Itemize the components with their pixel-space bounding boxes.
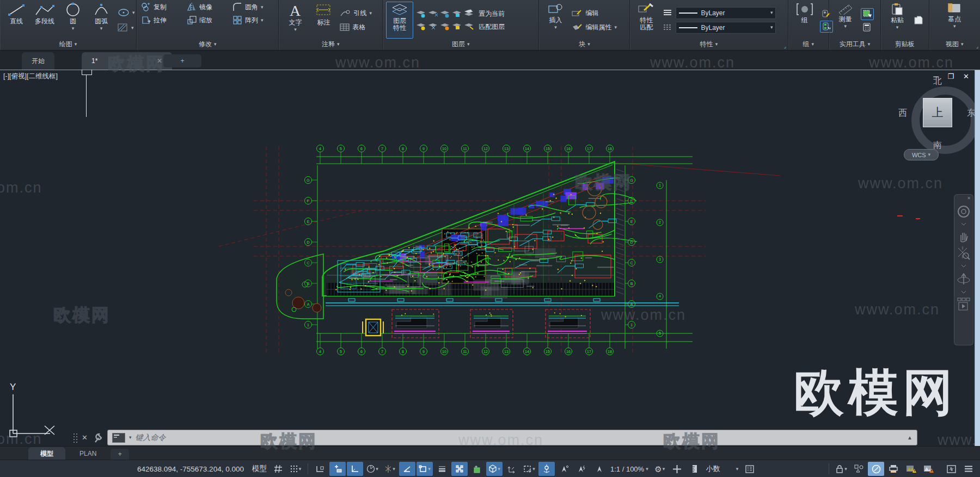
annotation-visibility-toggle[interactable]: [556, 462, 572, 476]
quick-measure-button[interactable]: [861, 8, 874, 20]
block-edit-button[interactable]: 编辑: [571, 8, 618, 18]
linetype-list-button[interactable]: [661, 22, 673, 33]
base-view-button[interactable]: 基点 ▾: [941, 2, 967, 39]
zoom-icon[interactable]: [957, 246, 971, 261]
isolate-objects-button[interactable]: [850, 462, 867, 476]
fillet-button[interactable]: 圆角 ▾: [231, 2, 275, 13]
viewport-controls-label[interactable]: [-][俯视][二维线框]: [3, 72, 58, 81]
group-button[interactable]: 组: [792, 2, 818, 39]
object-snap-toggle[interactable]: ▾: [416, 462, 433, 476]
panel-label-annotate[interactable]: 注释▾: [279, 39, 382, 50]
layer-tools-row2-icons[interactable]: [415, 22, 475, 32]
panel-label-utilities[interactable]: 实用工具▾: [829, 39, 880, 50]
layer-properties-button[interactable]: 图层 特性: [386, 2, 413, 39]
3d-object-snap-toggle[interactable]: ▾: [486, 462, 503, 476]
orbit-icon[interactable]: [957, 271, 971, 287]
showmotion-icon[interactable]: [957, 298, 971, 312]
selection-filter-toggle[interactable]: ▾: [521, 462, 537, 476]
layer-set-current-button[interactable]: 置为当前: [479, 9, 505, 18]
snap-mode-toggle[interactable]: ▾: [287, 462, 304, 476]
pan-hand-icon[interactable]: [957, 230, 971, 243]
panel-label-view[interactable]: 视图▾⌟: [929, 39, 980, 50]
new-tab-button[interactable]: +: [163, 54, 201, 67]
layer-tools-row1-icons[interactable]: [415, 9, 475, 18]
layout-tab-plan[interactable]: PLAN: [68, 447, 108, 460]
mirror-button[interactable]: 镜像: [186, 2, 227, 13]
command-prompt-icon[interactable]: [112, 433, 125, 443]
units-button[interactable]: [687, 462, 703, 476]
layout-tab-model[interactable]: 模型: [28, 447, 65, 460]
tab-close-icon[interactable]: ✕: [157, 57, 162, 65]
polar-tracking-toggle[interactable]: ▾: [364, 462, 381, 476]
leader-button[interactable]: 引线▾: [339, 8, 373, 18]
copy-clip-button[interactable]: [912, 15, 924, 26]
close-icon[interactable]: ✕: [963, 72, 969, 80]
viewcube-top-face[interactable]: 上: [923, 98, 952, 127]
copy-button[interactable]: 复制: [140, 2, 181, 13]
navbar-caret-icon[interactable]: [961, 264, 966, 268]
panel-label-layers[interactable]: 图层▾: [383, 39, 538, 50]
lineweight-list-button[interactable]: [661, 8, 673, 18]
customization-button[interactable]: [960, 462, 977, 476]
command-close-icon[interactable]: ✕: [82, 433, 88, 442]
customize-wrench-icon[interactable]: [92, 432, 103, 443]
navbar-caret-icon[interactable]: [961, 290, 966, 294]
clean-screen-button[interactable]: [943, 462, 959, 476]
insert-button[interactable]: 插入 ▾: [542, 2, 568, 39]
linetype-dropdown[interactable]: ByLayer ▾: [676, 22, 776, 34]
quick-properties-toggle[interactable]: [742, 462, 758, 476]
viewcube-west[interactable]: 西: [898, 108, 907, 119]
object-snap-tracking-toggle[interactable]: [399, 462, 415, 476]
new-layout-button[interactable]: +: [111, 449, 129, 460]
transparency-toggle[interactable]: [451, 462, 468, 476]
view-dialog-launcher[interactable]: ⌟: [976, 44, 978, 49]
graphics-warning-button[interactable]: [903, 462, 919, 476]
circle-button[interactable]: 圆 ▾: [60, 2, 86, 39]
navigation-bar[interactable]: ✕: [954, 194, 973, 345]
model-space-button[interactable]: 模型: [250, 462, 269, 476]
command-history-icon[interactable]: ▲: [907, 435, 912, 441]
annotation-scale-value[interactable]: 1:1 / 100%▾: [608, 462, 651, 476]
panel-label-block[interactable]: 块▾: [539, 39, 629, 50]
ortho-mode-toggle[interactable]: [347, 462, 363, 476]
vertical-scrollbar[interactable]: [975, 70, 980, 447]
table-button[interactable]: 表格: [339, 22, 373, 33]
dimension-button[interactable]: 标注: [310, 2, 336, 39]
arc-button[interactable]: 圆弧 ▾: [88, 2, 114, 39]
gizmo-toggle[interactable]: [538, 462, 555, 476]
text-button[interactable]: A 文字 ▾: [282, 2, 308, 39]
panel-label-draw[interactable]: 绘图▾: [0, 39, 136, 50]
measure-button[interactable]: 测量 ▾: [832, 2, 859, 39]
dynamic-ucs-toggle[interactable]: [504, 462, 520, 476]
annotation-monitor-toggle[interactable]: [669, 462, 685, 476]
tab-start[interactable]: 开始: [22, 52, 54, 70]
isometric-drafting-toggle[interactable]: ▾: [382, 462, 398, 476]
navbar-close-icon[interactable]: ✕: [967, 196, 971, 201]
image-warning-button[interactable]: [920, 462, 936, 476]
units-value[interactable]: 小数▾: [704, 462, 741, 476]
line-button[interactable]: 直线: [3, 2, 29, 39]
workspace-switching-button[interactable]: ⚙▾: [652, 462, 668, 476]
drawing-area[interactable]: 4455667788991010111112121313141415151616…: [0, 70, 980, 447]
hardware-acceleration-button[interactable]: [868, 462, 884, 476]
panel-label-groups[interactable]: 组▾: [788, 39, 829, 50]
wcs-menu[interactable]: WCS▾: [904, 149, 939, 160]
plot-button[interactable]: [885, 462, 902, 476]
lock-ui-button[interactable]: ▾: [833, 462, 849, 476]
block-edit-attr-button[interactable]: 编辑属性▾: [571, 22, 618, 33]
annotation-scale-button[interactable]: [591, 462, 607, 476]
layer-match-button[interactable]: 匹配图层: [479, 22, 505, 32]
command-input[interactable]: ▾ 键入命令 ▲: [107, 430, 917, 445]
paste-button[interactable]: 粘贴 ▾: [884, 2, 910, 39]
command-grip-handle[interactable]: [73, 433, 78, 443]
restore-icon[interactable]: ❐: [947, 72, 954, 80]
minimize-icon[interactable]: ─: [933, 72, 938, 80]
hatch-button[interactable]: ▾: [117, 22, 136, 33]
circle-flyout[interactable]: ▾: [72, 26, 75, 31]
stretch-button[interactable]: 拉伸: [140, 15, 181, 26]
panel-label-properties[interactable]: 特性▾⌟: [630, 39, 787, 50]
scale-button[interactable]: 缩放: [186, 15, 227, 26]
infer-constraints-toggle[interactable]: [312, 462, 328, 476]
grid-toggle[interactable]: [270, 462, 286, 476]
properties-dialog-launcher[interactable]: ⌟: [783, 44, 786, 49]
